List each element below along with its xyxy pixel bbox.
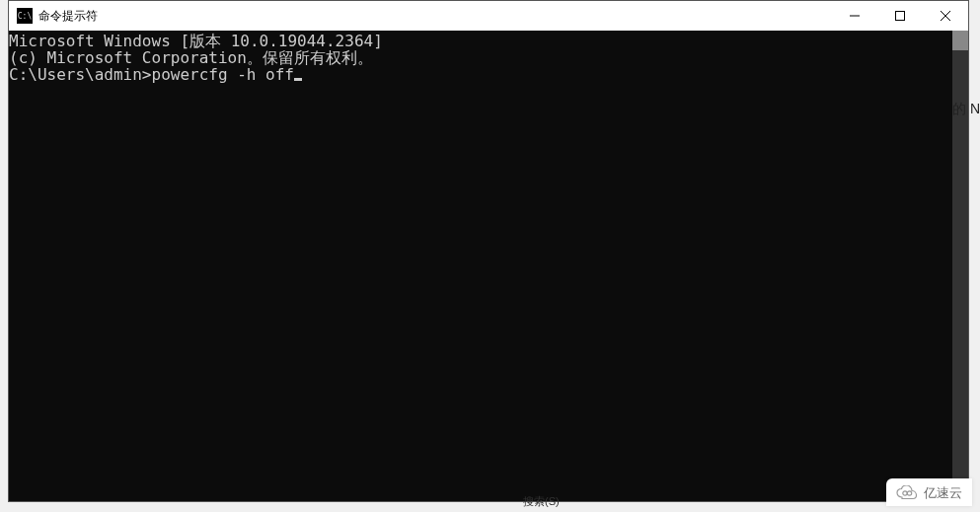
- window-controls: [832, 1, 968, 31]
- terminal-cursor: [294, 78, 302, 81]
- terminal-line: (c) Microsoft Corporation。保留所有权利。: [9, 49, 952, 66]
- terminal-prompt-line: C:\Users\admin>powercfg -h off: [9, 66, 952, 83]
- watermark: 亿速云: [886, 478, 972, 506]
- close-button[interactable]: [923, 1, 968, 31]
- scroll-thumb[interactable]: [952, 31, 968, 50]
- minimize-button[interactable]: [832, 1, 877, 31]
- maximize-button[interactable]: [877, 1, 923, 31]
- minimize-icon: [850, 11, 860, 21]
- cmd-window: C:\ 命令提示符 Microsoft Windows [版本 10.0.190…: [8, 0, 969, 502]
- background-text-bottom: 搜索(S): [523, 494, 560, 509]
- terminal-command: powercfg -h off: [152, 65, 295, 84]
- terminal-body: Microsoft Windows [版本 10.0.19044.2364](c…: [9, 31, 968, 501]
- window-title: 命令提示符: [38, 8, 832, 25]
- terminal-prompt: C:\Users\admin>: [9, 65, 152, 84]
- terminal-content[interactable]: Microsoft Windows [版本 10.0.19044.2364](c…: [9, 31, 952, 501]
- svg-point-4: [903, 491, 907, 495]
- terminal-line: Microsoft Windows [版本 10.0.19044.2364]: [9, 33, 952, 49]
- background-text-right: 的 N: [952, 99, 980, 118]
- maximize-icon: [895, 11, 905, 21]
- titlebar[interactable]: C:\ 命令提示符: [9, 1, 968, 31]
- svg-rect-1: [896, 12, 905, 21]
- svg-point-5: [907, 491, 911, 495]
- close-icon: [941, 11, 950, 21]
- cloud-icon: [896, 485, 920, 501]
- watermark-text: 亿速云: [924, 484, 962, 502]
- cmd-icon: C:\: [17, 8, 33, 24]
